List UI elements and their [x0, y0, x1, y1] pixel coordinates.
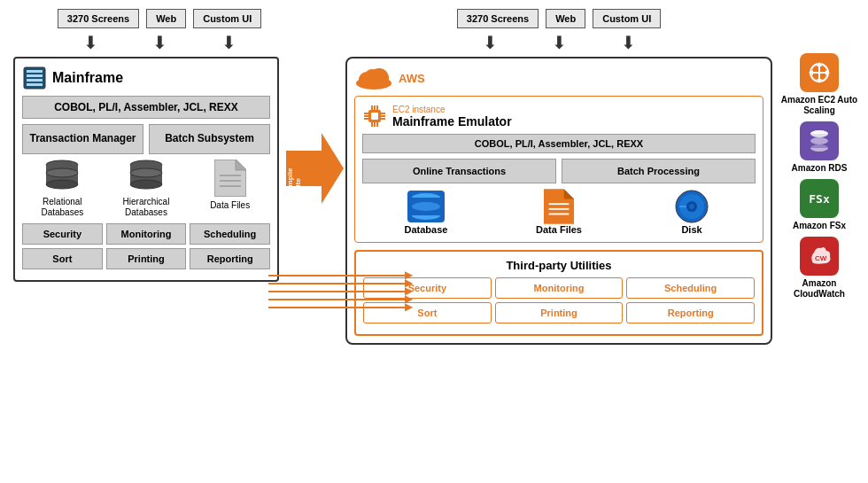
right-datafiles-item: Data Files — [523, 189, 594, 235]
left-utility-row1: Security Monitoring Scheduling — [22, 223, 270, 245]
hierarchical-db-label: Hierarchical Databases — [111, 197, 182, 218]
right-arrow-2: ⬇ — [597, 32, 659, 53]
ec2-autoscaling-label: Amazon EC2 Auto Scaling — [779, 95, 859, 116]
data-flow-arrows: ▶ ▶ ▶ ▶ ▶ — [268, 275, 406, 308]
fsx-label: Amazon FSx — [793, 221, 846, 231]
flow-arrow-4: ▶ — [268, 299, 406, 300]
left-arrow-2: ⬇ — [198, 32, 260, 53]
right-datafiles-label: Data Files — [536, 224, 582, 235]
svg-point-51 — [689, 204, 694, 209]
diagram-container: 3270 Screens Web Custom UI ⬇ ⬇ ⬇ Mainfra… — [0, 0, 868, 483]
tp-monitoring: Monitoring — [495, 277, 624, 299]
ec2-as-svg — [807, 60, 832, 85]
right-section: 3270 Screens Web Custom UI ⬇ ⬇ ⬇ — [345, 9, 859, 345]
right-disk-icon — [674, 189, 709, 224]
left-sort-box: Sort — [22, 248, 103, 269]
rds-label: Amazon RDS — [792, 163, 848, 174]
flow-line-5: ▶ — [268, 307, 406, 308]
left-section: 3270 Screens Web Custom UI ⬇ ⬇ ⬇ Mainfra… — [9, 9, 283, 282]
svg-point-64 — [810, 130, 828, 137]
aws-cloud-icon — [354, 66, 393, 90]
recompile-arrow: Recompile Rewrite — [283, 133, 345, 204]
ec2-label: EC2 instance — [392, 105, 512, 114]
left-reporting-box: Reporting — [190, 248, 270, 269]
svg-point-7 — [46, 180, 78, 189]
svg-marker-44 — [564, 189, 574, 199]
tp-reporting: Reporting — [626, 302, 755, 323]
aws-services-sidebar: Amazon EC2 Auto Scaling Amazon RDS — [779, 53, 859, 345]
fsx-icon: FSx — [800, 179, 839, 218]
right-arrow-0: ⬇ — [459, 32, 521, 53]
tp-row1: Security Monitoring Scheduling — [363, 277, 755, 299]
right-screen-label-1: Web — [546, 9, 585, 28]
right-db-icon — [406, 189, 446, 224]
right-two-col: Online Transactions Batch Processing — [362, 159, 756, 183]
left-arrow-0: ⬇ — [59, 32, 121, 53]
mainframe-box: Mainframe COBOL, PL/I, Assembler, JCL, R… — [13, 57, 279, 282]
right-db-label: Database — [405, 224, 448, 235]
svg-point-65 — [810, 137, 828, 144]
svg-rect-4 — [27, 83, 43, 86]
right-arrow-1: ⬇ — [528, 32, 590, 53]
emulator-title: Mainframe Emulator — [392, 114, 512, 129]
cloudwatch-icon: CW — [800, 237, 839, 276]
cloudwatch-svg: CW — [807, 244, 832, 269]
left-top-labels: 3270 Screens Web Custom UI — [58, 9, 261, 28]
svg-rect-2 — [27, 74, 43, 77]
data-files-icon — [214, 160, 246, 197]
mainframe-icon — [22, 66, 47, 90]
mainframe-title-row: Mainframe — [22, 66, 270, 90]
flow-line-2: ▶ — [268, 283, 406, 284]
ec2-chip-icon — [362, 104, 387, 129]
third-party-box: Third-party Utilities Security Monitorin… — [354, 250, 763, 336]
right-top-labels: 3270 Screens Web Custom UI — [345, 9, 772, 28]
svg-point-66 — [810, 144, 828, 152]
svg-text:CW: CW — [815, 254, 827, 262]
ec2-autoscaling-icon — [800, 53, 839, 92]
data-files-item: Data Files — [195, 160, 266, 211]
ec2-section: EC2 instance Mainframe Emulator COBOL, P… — [354, 96, 763, 243]
flow-arrowhead-5: ▶ — [405, 300, 413, 313]
right-disk-item: Disk — [656, 189, 727, 235]
flow-line-1: ▶ — [268, 275, 406, 277]
tp-scheduling: Scheduling — [626, 277, 755, 299]
left-screen-label-0: 3270 Screens — [58, 9, 139, 28]
fsx-text: FSx — [809, 192, 829, 206]
aws-row: AWS — [354, 66, 763, 90]
flow-arrow-5: ▶ — [268, 307, 406, 308]
flow-arrow-2: ▶ — [268, 283, 406, 284]
right-screen-label-2: Custom UI — [593, 9, 661, 28]
svg-rect-1 — [27, 70, 43, 73]
svg-point-8 — [46, 168, 78, 177]
right-storage-row: Database Data Files — [362, 189, 756, 235]
left-arrow-1: ⬇ — [128, 32, 190, 53]
left-monitoring-box: Monitoring — [106, 223, 187, 245]
aws-fsx: FSx Amazon FSx — [779, 179, 859, 231]
svg-marker-14 — [236, 160, 246, 170]
transaction-manager-box: Transaction Manager — [22, 124, 143, 154]
right-arrows-down: ⬇ ⬇ ⬇ — [345, 32, 772, 53]
rds-svg — [807, 129, 832, 153]
right-database-item: Database — [391, 189, 461, 235]
tp-printing: Printing — [495, 302, 624, 323]
cloudwatch-label: Amazon CloudWatch — [779, 278, 859, 300]
left-security-box: Security — [22, 223, 103, 245]
rds-icon — [800, 121, 839, 160]
right-disk-label: Disk — [681, 224, 701, 235]
aws-ec2-autoscaling: Amazon EC2 Auto Scaling — [779, 53, 859, 116]
mainframe-title: Mainframe — [52, 70, 123, 86]
hierarchical-db-icon — [127, 160, 166, 193]
left-scheduling-box: Scheduling — [190, 223, 270, 245]
flow-line-4: ▶ — [268, 299, 406, 300]
svg-marker-43 — [544, 189, 574, 224]
svg-rect-24 — [371, 113, 378, 120]
right-screen-label-0: 3270 Screens — [457, 9, 539, 28]
left-screen-label-2: Custom UI — [193, 9, 261, 28]
right-datafiles-icon — [544, 189, 574, 224]
relational-db-item: Relational Databases — [27, 160, 97, 218]
tp-row2: Sort Printing Reporting — [363, 302, 755, 323]
third-party-title: Third-party Utilities — [363, 259, 755, 272]
flow-line-3: ▶ — [268, 291, 406, 292]
aws-label: AWS — [399, 72, 425, 85]
batch-subsystem-box: Batch Subsystem — [149, 124, 270, 154]
